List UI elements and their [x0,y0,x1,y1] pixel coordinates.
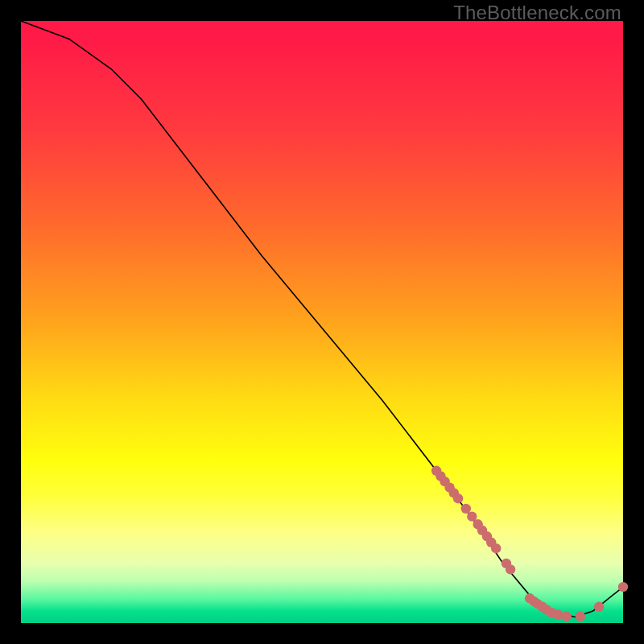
bottleneck-curve [21,21,623,617]
data-marker [461,504,471,514]
data-marker [453,493,463,503]
marker-layer [431,466,628,621]
chart-overlay [21,21,623,623]
plot-area [21,21,623,623]
data-marker [491,543,501,553]
data-marker [562,612,572,621]
data-marker [506,564,515,574]
chart-stage: TheBottleneck.com [0,0,644,644]
data-marker [618,582,628,592]
data-marker [576,612,585,621]
data-marker [553,609,563,619]
data-marker [594,602,604,612]
watermark-text: TheBottleneck.com [453,2,621,24]
